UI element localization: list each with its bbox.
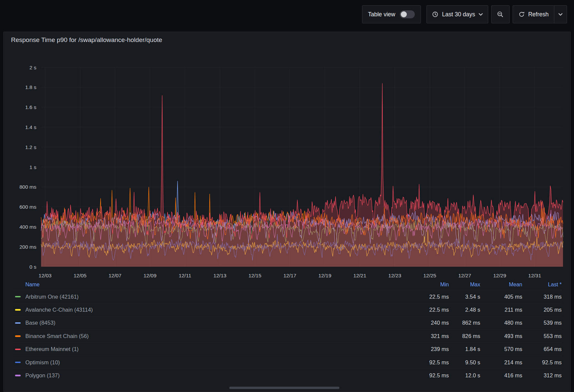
legend-value-min: 240 ms xyxy=(412,320,449,326)
legend-value-max: 862 ms xyxy=(449,320,480,326)
legend-row: Binance Smart Chain (56)321 ms826 ms493 … xyxy=(14,329,562,342)
legend-series-name[interactable]: Ethereum Mainnet (1) xyxy=(25,346,412,352)
time-range-picker[interactable]: Last 30 days xyxy=(426,5,488,23)
legend-value-min: 22.5 ms xyxy=(412,294,449,300)
legend-value-mean: 570 ms xyxy=(480,346,522,352)
x-axis-label: 12/07 xyxy=(108,273,121,278)
legend-value-mean: 405 ms xyxy=(480,294,522,300)
refresh-interval-dropdown[interactable] xyxy=(554,6,567,23)
legend-value-last: 553 ms xyxy=(522,333,562,339)
zoom-out-icon xyxy=(497,11,504,18)
series-color-swatch xyxy=(15,335,21,337)
chevron-down-icon xyxy=(558,13,563,16)
legend-value-mean: 480 ms xyxy=(480,320,522,326)
timeseries-chart[interactable]: 0 s200 ms400 ms600 ms800 ms1 s1.2 s1.4 s… xyxy=(4,32,571,280)
x-axis-label: 12/27 xyxy=(458,273,471,278)
x-axis-label: 12/19 xyxy=(318,273,331,278)
x-axis-label: 12/25 xyxy=(423,273,436,278)
y-axis-label: 1.2 s xyxy=(25,144,36,150)
legend-row: Avalanche C-Chain (43114)22.5 ms2.48 s21… xyxy=(14,303,562,316)
legend-sort-min[interactable]: Min xyxy=(412,282,449,288)
legend-table: NameMinMaxMeanLast * Arbitrum One (42161… xyxy=(14,279,562,382)
series-color-swatch xyxy=(15,375,21,376)
x-axis-label: 12/15 xyxy=(248,273,261,278)
x-axis-label: 12/11 xyxy=(179,273,191,278)
legend-series-name[interactable]: Binance Smart Chain (56) xyxy=(25,333,412,339)
legend-series-name[interactable]: Arbitrum One (42161) xyxy=(25,294,412,300)
legend-value-last: 654 ms xyxy=(522,346,562,352)
clock-icon xyxy=(432,11,439,18)
legend-value-max: 1.84 s xyxy=(449,346,480,352)
dashboard-toolbar: Table view Last 30 days Refresh xyxy=(0,0,574,29)
y-axis-label: 400 ms xyxy=(19,224,36,230)
y-axis-label: 1.6 s xyxy=(25,104,36,110)
legend-header: NameMinMaxMeanLast * xyxy=(14,279,562,290)
zoom-out-button[interactable] xyxy=(491,5,510,23)
y-axis-label: 800 ms xyxy=(19,184,36,190)
legend-value-mean: 416 ms xyxy=(480,372,522,379)
legend-value-min: 321 ms xyxy=(412,333,449,339)
legend-value-min: 92.5 ms xyxy=(412,372,449,379)
table-view-control: Table view xyxy=(362,5,421,23)
refresh-button[interactable]: Refresh xyxy=(513,6,554,23)
x-axis-label: 12/23 xyxy=(388,273,401,278)
legend-series-name[interactable]: Base (8453) xyxy=(25,320,412,326)
legend-value-min: 239 ms xyxy=(412,346,449,352)
legend-value-min: 22.5 ms xyxy=(412,307,449,313)
refresh-label: Refresh xyxy=(528,11,549,18)
legend-row: Polygon (137)92.5 ms12.0 s416 ms312 ms xyxy=(14,369,562,382)
legend-value-min: 92.5 ms xyxy=(412,359,449,366)
legend-value-last: 312 ms xyxy=(522,372,562,379)
y-axis-label: 1.8 s xyxy=(25,84,36,90)
series-color-swatch xyxy=(15,322,21,324)
x-axis-label: 12/09 xyxy=(144,273,157,278)
legend-series-name[interactable]: Optimism (10) xyxy=(25,359,412,366)
x-axis-label: 12/17 xyxy=(283,273,296,278)
series-color-swatch xyxy=(15,362,21,363)
legend-rows: Arbitrum One (42161)22.5 ms3.54 s405 ms3… xyxy=(14,290,562,382)
x-axis-label: 12/05 xyxy=(73,273,86,278)
timeseries-panel: Response Time p90 for /swap/allowance-ho… xyxy=(3,32,571,392)
legend-row: Ethereum Mainnet (1)239 ms1.84 s570 ms65… xyxy=(14,343,562,356)
series-color-swatch xyxy=(15,309,21,311)
legend-series-name[interactable]: Polygon (137) xyxy=(25,372,412,379)
toggle-knob xyxy=(401,11,407,17)
legend-value-max: 2.48 s xyxy=(449,307,480,313)
x-axis-label: 12/31 xyxy=(528,273,541,278)
legend-sort-mean[interactable]: Mean xyxy=(480,282,522,288)
legend-value-max: 9.50 s xyxy=(449,359,480,366)
series-color-swatch xyxy=(15,296,21,298)
y-axis-label: 200 ms xyxy=(19,244,36,250)
legend-value-max: 3.54 s xyxy=(449,294,480,300)
chart-canvas[interactable]: 0 s200 ms400 ms600 ms800 ms1 s1.2 s1.4 s… xyxy=(4,32,571,280)
legend-value-mean: 211 ms xyxy=(480,307,522,313)
y-axis-label: 1 s xyxy=(29,164,36,170)
legend-sort-max[interactable]: Max xyxy=(449,282,480,288)
legend-value-last: 205 ms xyxy=(522,307,562,313)
refresh-icon xyxy=(518,11,525,18)
legend-value-last: 92.5 ms xyxy=(522,359,562,366)
legend-value-max: 12.0 s xyxy=(449,372,480,379)
series-color-swatch xyxy=(15,349,21,350)
legend-scrollbar[interactable] xyxy=(229,387,339,389)
time-range-label: Last 30 days xyxy=(442,11,475,18)
x-axis-label: 12/29 xyxy=(493,273,506,278)
y-axis-label: 2 s xyxy=(29,65,36,70)
table-view-toggle[interactable] xyxy=(400,10,415,18)
x-axis-label: 12/13 xyxy=(214,273,227,278)
legend-series-name[interactable]: Avalanche C-Chain (43114) xyxy=(25,307,412,313)
legend-sort-last[interactable]: Last * xyxy=(522,282,562,288)
x-axis-label: 12/21 xyxy=(353,273,366,278)
legend-row: Optimism (10)92.5 ms9.50 s214 ms92.5 ms xyxy=(14,356,562,369)
legend-row: Arbitrum One (42161)22.5 ms3.54 s405 ms3… xyxy=(14,290,562,303)
legend-value-mean: 214 ms xyxy=(480,359,522,366)
y-axis-label: 0 s xyxy=(29,264,36,270)
refresh-control: Refresh xyxy=(513,5,567,23)
legend-sort-name[interactable]: Name xyxy=(14,282,412,288)
table-view-label: Table view xyxy=(368,11,395,18)
y-axis-label: 1.4 s xyxy=(25,124,36,130)
legend-value-last: 539 ms xyxy=(522,320,562,326)
legend-value-max: 826 ms xyxy=(449,333,480,339)
legend-value-mean: 493 ms xyxy=(480,333,522,339)
y-axis-label: 600 ms xyxy=(19,204,36,210)
